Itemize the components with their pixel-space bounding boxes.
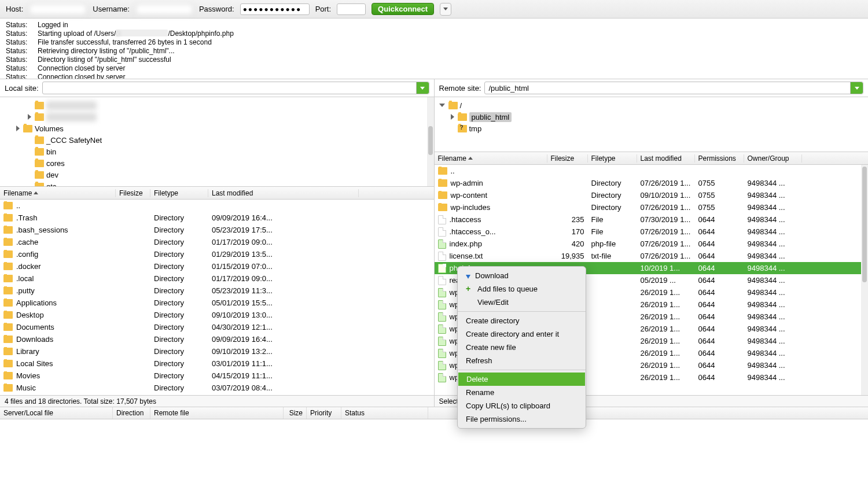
file-owner: 9498344 ... — [744, 276, 802, 285]
file-row[interactable]: DownloadsDirectory09/09/2019 16:4... — [0, 333, 434, 345]
quickconnect-dropdown[interactable] — [440, 3, 451, 16]
file-row[interactable]: .configDirectory01/29/2019 13:5... — [0, 248, 434, 260]
menu-create-file[interactable]: Create new file — [458, 341, 586, 354]
menu-add-to-queue[interactable]: +Add files to queue — [458, 282, 586, 296]
local-header-type[interactable]: Filetype — [150, 189, 208, 197]
tree-item[interactable]: / — [435, 99, 869, 111]
file-size: 420 — [547, 239, 588, 248]
menu-download[interactable]: Download — [458, 269, 586, 282]
file-modified: 01/17/2019 09:0... — [208, 274, 359, 283]
menu-rename[interactable]: Rename — [458, 386, 586, 399]
disclosure-down-icon[interactable] — [439, 104, 445, 107]
file-row[interactable]: Local SitesDirectory03/01/2019 11:1... — [0, 357, 434, 370]
file-row[interactable]: wp-adminDirectory07/26/2019 1...07559498… — [435, 177, 869, 189]
local-header-size[interactable]: Filesize — [116, 189, 150, 197]
file-row[interactable]: index.php420php-file07/26/2019 1...06449… — [435, 238, 869, 250]
file-type: php-file — [588, 239, 637, 248]
port-input[interactable] — [337, 3, 366, 15]
local-tree[interactable]: xxVolumes_CCC SafetyNetbincoresdevetc — [0, 97, 434, 187]
file-row[interactable]: MusicDirectory03/07/2019 08:4... — [0, 382, 434, 394]
queue-header-priority[interactable]: Priority — [307, 407, 341, 419]
local-site-dropdown[interactable] — [416, 82, 429, 94]
queue-header-remote[interactable]: Remote file — [150, 407, 284, 419]
file-row[interactable]: DesktopDirectory09/10/2019 13:0... — [0, 309, 434, 321]
tree-item[interactable]: etc — [0, 180, 434, 187]
remote-site-combo[interactable] — [484, 82, 863, 94]
file-row[interactable]: .. — [0, 200, 434, 212]
remote-header-filename[interactable]: Filename — [435, 154, 547, 163]
remote-header-size[interactable]: Filesize — [547, 154, 588, 163]
tree-item[interactable]: x — [0, 111, 434, 123]
tree-item[interactable]: dev — [0, 169, 434, 180]
local-site-input[interactable] — [43, 82, 141, 94]
file-modified: 05/01/2019 15:5... — [208, 298, 359, 307]
folder-icon — [35, 171, 44, 179]
file-row[interactable]: LibraryDirectory09/10/2019 13:2... — [0, 345, 434, 357]
local-list-header: Filename Filesize Filetype Last modified — [0, 187, 434, 200]
file-row[interactable]: .bash_sessionsDirectory05/23/2019 17:5..… — [0, 224, 434, 236]
file-row[interactable]: .dockerDirectory01/15/2019 07:0... — [0, 260, 434, 272]
password-label: Password: — [199, 5, 234, 13]
file-row[interactable]: .puttyDirectory05/23/2019 11:3... — [0, 285, 434, 297]
local-header-filename[interactable]: Filename — [0, 189, 116, 197]
file-row[interactable]: ApplicationsDirectory05/01/2019 15:5... — [0, 297, 434, 309]
menu-delete[interactable]: Delete — [458, 373, 585, 386]
file-row[interactable]: DocumentsDirectory04/30/2019 12:1... — [0, 321, 434, 333]
tree-item[interactable]: x — [0, 99, 434, 111]
file-type: File — [588, 227, 637, 236]
file-row[interactable]: .. — [435, 165, 869, 177]
queue-header-status[interactable]: Status — [341, 407, 428, 419]
queue-header-server[interactable]: Server/Local file — [0, 407, 113, 419]
host-input[interactable] — [29, 3, 87, 15]
tree-item[interactable]: _CCC SafetyNet — [0, 134, 434, 146]
tree-item[interactable]: public_html — [435, 111, 869, 123]
file-row[interactable]: .localDirectory01/17/2019 09:0... — [0, 272, 434, 285]
file-modified: 07/26/2019 1... — [637, 252, 695, 260]
tree-item[interactable]: tmp — [435, 123, 869, 134]
local-status: 4 files and 18 directories. Total size: … — [0, 395, 434, 407]
file-row[interactable]: .htaccess_o...170File07/26/2019 1...0644… — [435, 226, 869, 238]
queue-header-direction[interactable]: Direction — [113, 407, 150, 419]
menu-copy-url[interactable]: Copy URL(s) to clipboard — [458, 399, 586, 412]
log-line: Status:Starting upload of /Users/x/Deskt… — [6, 30, 862, 38]
disclosure-right-icon[interactable] — [451, 114, 454, 120]
tree-item[interactable]: cores — [0, 157, 434, 169]
file-row[interactable]: .TrashDirectory09/09/2019 16:4... — [0, 212, 434, 224]
remote-header-modified[interactable]: Last modified — [637, 154, 695, 163]
menu-file-permissions[interactable]: File permissions... — [458, 412, 586, 426]
tree-item[interactable]: bin — [0, 146, 434, 157]
local-site-combo[interactable] — [42, 82, 429, 94]
remote-header-owner[interactable]: Owner/Group — [744, 154, 802, 163]
menu-refresh[interactable]: Refresh — [458, 354, 586, 367]
disclosure-right-icon[interactable] — [16, 126, 20, 131]
quickconnect-button[interactable]: Quickconnect — [372, 3, 434, 15]
file-row[interactable]: wp-includesDirectory07/26/2019 1...07559… — [435, 201, 869, 213]
remote-header-permissions[interactable]: Permissions — [695, 154, 744, 163]
file-row[interactable]: wp-contentDirectory09/10/2019 1...075594… — [435, 189, 869, 201]
menu-view-edit[interactable]: View/Edit — [458, 296, 586, 309]
file-row[interactable]: MoviesDirectory04/15/2019 11:1... — [0, 370, 434, 382]
file-row[interactable]: license.txt19,935txt-file07/26/2019 1...… — [435, 250, 869, 262]
file-owner: 9498344 ... — [744, 337, 802, 345]
password-input[interactable] — [240, 3, 310, 15]
local-file-list[interactable]: ...TrashDirectory09/09/2019 16:4....bash… — [0, 200, 434, 395]
file-row[interactable]: .htaccess235File07/30/2019 1...064494983… — [435, 213, 869, 226]
menu-create-directory-enter[interactable]: Create directory and enter it — [458, 327, 586, 341]
remote-header-type[interactable]: Filetype — [588, 154, 637, 163]
file-modified: 07/26/2019 1... — [637, 179, 695, 187]
username-input[interactable] — [135, 3, 193, 15]
tree-item[interactable]: Volumes — [0, 123, 434, 134]
queue-header-size[interactable]: Size — [284, 407, 307, 419]
folder-icon — [438, 191, 447, 199]
local-header-modified[interactable]: Last modified — [208, 189, 359, 197]
tree-item-label: bin — [46, 148, 56, 156]
disclosure-right-icon[interactable] — [28, 114, 31, 120]
remote-tree[interactable]: /public_htmltmp — [435, 97, 869, 152]
folder-icon — [35, 102, 44, 109]
remote-site-dropdown[interactable] — [850, 82, 863, 94]
remote-site-input[interactable] — [485, 82, 850, 94]
file-row[interactable]: .cacheDirectory01/17/2019 09:0... — [0, 236, 434, 248]
menu-create-directory[interactable]: Create directory — [458, 314, 586, 327]
file-modified: 09/10/2019 13:2... — [208, 347, 359, 356]
file-modified: 09/10/2019 1... — [637, 191, 695, 200]
